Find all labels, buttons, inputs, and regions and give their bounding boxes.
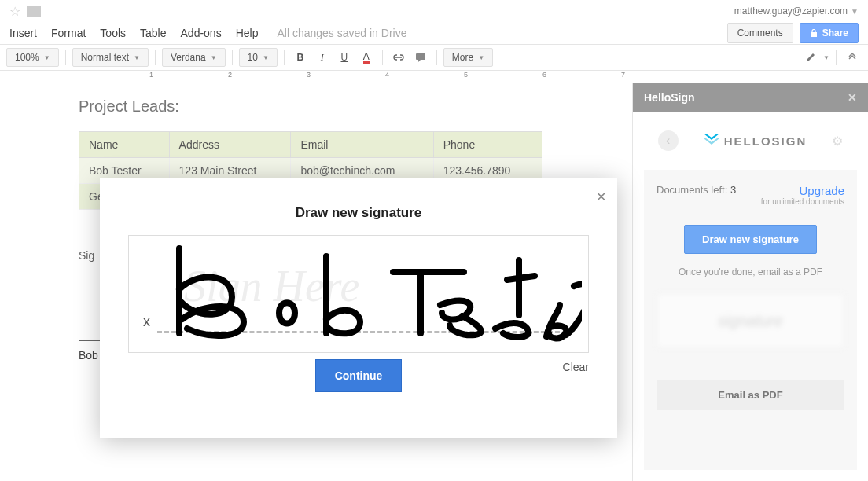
italic-button[interactable]: I [313, 48, 332, 67]
zoom-select[interactable]: 100%▼ [6, 48, 59, 67]
drawn-signature [157, 240, 582, 343]
comment-icon [415, 53, 426, 62]
hellosign-wordmark: HELLOSIGN [724, 134, 807, 148]
menu-table[interactable]: Table [140, 27, 166, 39]
hellosign-sidebar: HelloSign ✕ ‹ HELLOSIGN ⚙ Documents left… [632, 83, 868, 481]
close-icon[interactable]: ✕ [596, 189, 606, 204]
svg-rect-0 [811, 32, 817, 37]
signature-preview: signature [657, 293, 844, 348]
lock-icon [810, 29, 818, 37]
link-button[interactable] [389, 48, 408, 67]
table-header-row: Name Address Email Phone [79, 132, 542, 158]
font-select[interactable]: Verdana▼ [162, 48, 226, 67]
page-heading: Project Leads: [79, 97, 554, 116]
col-name: Name [79, 132, 170, 158]
bold-button[interactable]: B [291, 48, 310, 67]
style-select[interactable]: Normal text▼ [72, 48, 149, 67]
star-icon[interactable]: ☆ [9, 4, 20, 19]
gear-icon[interactable]: ⚙ [832, 134, 843, 149]
comment-button[interactable] [411, 48, 430, 67]
back-button[interactable]: ‹ [658, 130, 679, 151]
folder-icon[interactable] [27, 6, 41, 17]
sidebar-title: HelloSign [644, 91, 695, 104]
user-menu-caret-icon[interactable]: ▼ [851, 7, 859, 16]
col-email: Email [291, 132, 433, 158]
share-label: Share [822, 28, 848, 39]
hellosign-mark-icon [704, 134, 719, 148]
x-mark: x [143, 314, 150, 330]
signature-canvas[interactable]: Sign Here x [128, 235, 589, 353]
docs-left-count: 3 [730, 184, 736, 196]
link-icon [392, 53, 405, 61]
comments-button[interactable]: Comments [727, 23, 793, 43]
toolbar: 100%▼ Normal text▼ Verdana▼ 10▼ B I U A … [0, 44, 868, 71]
svg-rect-1 [416, 53, 425, 60]
docs-left-label: Documents left: [657, 184, 727, 196]
upgrade-subtitle: for unlimited documents [761, 197, 844, 206]
email-pdf-button[interactable]: Email as PDF [657, 380, 844, 410]
draw-signature-button[interactable]: Draw new signature [684, 225, 817, 254]
clear-link[interactable]: Clear [563, 361, 589, 373]
size-select[interactable]: 10▼ [239, 48, 278, 67]
menu-help[interactable]: Help [236, 27, 259, 39]
upgrade-link[interactable]: Upgrade [761, 184, 844, 197]
col-phone: Phone [433, 132, 542, 158]
text-color-button[interactable]: A [357, 48, 376, 67]
ruler: 1 2 3 4 5 6 7 [0, 71, 868, 83]
menu-format[interactable]: Format [51, 27, 86, 39]
user-email[interactable]: matthew.guay@zapier.com [734, 6, 848, 17]
col-address: Address [169, 132, 291, 158]
menu-insert[interactable]: Insert [9, 27, 37, 39]
pencil-icon [805, 52, 816, 63]
modal-title: Draw new signature [100, 205, 617, 221]
chevron-up-icon [848, 53, 857, 62]
collapse-button[interactable] [843, 48, 862, 67]
underline-button[interactable]: U [335, 48, 354, 67]
share-button[interactable]: Share [800, 23, 859, 43]
close-icon[interactable]: ✕ [848, 91, 857, 104]
menu-addons[interactable]: Add-ons [181, 27, 222, 39]
hellosign-logo: HELLOSIGN [704, 134, 807, 148]
menu-tools[interactable]: Tools [100, 27, 126, 39]
edit-mode-button[interactable] [801, 48, 820, 67]
sidebar-hint: Once you're done, email as a PDF [657, 266, 844, 277]
draw-signature-modal: ✕ Draw new signature Sign Here x Clear C… [100, 178, 617, 438]
more-button[interactable]: More▼ [443, 48, 493, 67]
save-status: All changes saved in Drive [277, 27, 406, 39]
continue-button[interactable]: Continue [315, 359, 403, 392]
